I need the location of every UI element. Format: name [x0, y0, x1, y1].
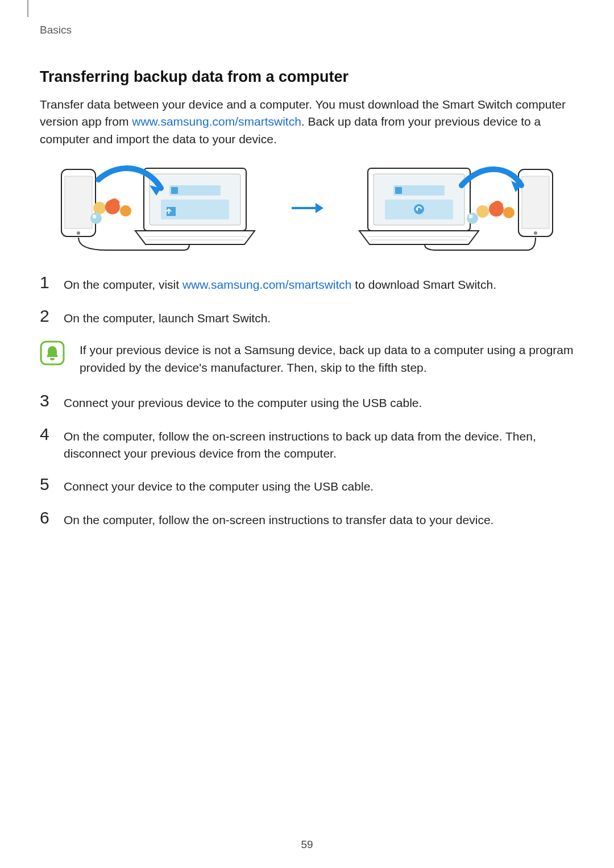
step-6: 6 On the computer, follow the on-screen …: [40, 509, 574, 529]
restore-diagram-icon: [351, 163, 555, 254]
svg-point-34: [503, 207, 515, 218]
arrow-right-icon: [290, 200, 324, 217]
svg-point-12: [93, 202, 106, 214]
smartswitch-link-step[interactable]: www.samsung.com/smartswitch: [182, 278, 352, 291]
step-1: 1 On the computer, visit www.samsung.com…: [40, 274, 574, 293]
svg-marker-18: [316, 203, 323, 213]
note-callout: If your previous device is not a Samsung…: [40, 340, 574, 376]
svg-rect-9: [65, 176, 92, 229]
illustration-right: [332, 163, 574, 254]
step-text: On the computer, follow the on-screen in…: [64, 426, 574, 463]
svg-point-30: [534, 231, 537, 235]
step-3: 3 Connect your previous device to the co…: [40, 392, 574, 412]
step-number: 1: [40, 274, 53, 291]
smartswitch-link[interactable]: www.samsung.com/smartswitch: [132, 115, 301, 128]
step1-after: to download Smart Switch.: [352, 278, 496, 291]
transfer-illustration: [40, 163, 574, 254]
backup-diagram-icon: [59, 163, 263, 254]
svg-point-24: [414, 204, 424, 214]
svg-rect-36: [469, 215, 472, 218]
page-number: 59: [0, 838, 614, 851]
svg-point-10: [77, 231, 80, 235]
step-5: 5 Connect your device to the computer us…: [40, 476, 574, 495]
step-text: On the computer, visit www.samsung.com/s…: [64, 274, 496, 293]
svg-rect-29: [522, 176, 549, 229]
intro-paragraph: Transfer data between your device and a …: [40, 96, 574, 148]
step-number: 2: [40, 308, 53, 325]
page-heading: Transferring backup data from a computer: [40, 68, 574, 86]
step-number: 3: [40, 392, 53, 409]
note-bell-icon: [40, 340, 65, 366]
step1-before: On the computer, visit: [64, 278, 182, 291]
svg-rect-22: [395, 187, 402, 194]
header-tab-edge: [27, 0, 28, 17]
note-text: If your previous device is not a Samsung…: [80, 340, 574, 376]
svg-rect-3: [171, 187, 178, 194]
svg-point-14: [120, 205, 131, 217]
step-text: Connect your device to the computer usin…: [64, 476, 374, 495]
step-2: 2 On the computer, launch Smart Switch.: [40, 308, 574, 327]
svg-rect-16: [93, 215, 96, 218]
section-label: Basics: [40, 24, 574, 36]
step-text: On the computer, launch Smart Switch.: [64, 308, 271, 327]
step-text: Connect your previous device to the comp…: [64, 392, 422, 412]
step-text: On the computer, follow the on-screen in…: [64, 509, 493, 529]
illustration-left: [40, 163, 282, 254]
svg-point-32: [476, 205, 489, 218]
step-number: 4: [40, 426, 53, 443]
step-number: 6: [40, 509, 53, 526]
step-number: 5: [40, 476, 53, 493]
step-4: 4 On the computer, follow the on-screen …: [40, 426, 574, 463]
